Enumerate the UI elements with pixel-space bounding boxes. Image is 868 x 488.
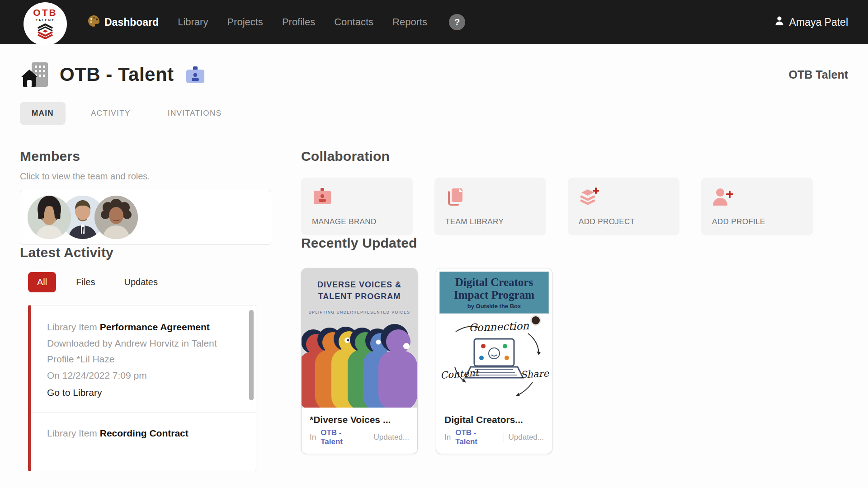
brand-badge-icon xyxy=(312,187,333,208)
tab-bar: MAIN ACTIVITY INVITATIONS xyxy=(20,102,848,125)
meta-updated: Updated... xyxy=(374,433,409,442)
cover-subtitle: UPLIFTING UNDERREPRESENTED VOICES xyxy=(309,310,410,314)
nav-menu: Dashboard Library Projects Profiles Cont… xyxy=(88,14,465,30)
activity-list: Library Item Performance Agreement Downl… xyxy=(28,305,256,471)
meta-separator xyxy=(504,433,504,442)
logo-text-otb: OTB xyxy=(33,8,57,17)
talent-badge-icon xyxy=(185,66,206,86)
members-heading: Members xyxy=(20,149,271,164)
collab-card-label: TEAM LIBRARY xyxy=(445,217,504,226)
recent-card-title: Digital Creators... xyxy=(436,408,552,427)
collab-card-label: MANAGE BRAND xyxy=(312,217,377,226)
members-subtitle: Click to view the team and roles. xyxy=(20,171,271,182)
activity-type-label: Library Item xyxy=(47,322,97,332)
activity-scrollbar[interactable] xyxy=(249,310,254,400)
activity-type-label: Library Item xyxy=(47,428,97,438)
tab-divider xyxy=(20,133,848,133)
cover-header-band: Digital Creators Impact Program by Outsi… xyxy=(439,272,549,314)
logo-text-talent: TALENT xyxy=(36,19,55,22)
rainbow-figures-illustration xyxy=(302,324,417,408)
add-project-card[interactable]: ADD PROJECT xyxy=(568,178,679,235)
tab-activity[interactable]: ACTIVITY xyxy=(79,102,142,125)
go-to-library-link[interactable]: Go to Library xyxy=(47,385,102,401)
activity-item-title: Performance Agreement xyxy=(100,322,210,332)
recently-updated-heading: Recently Updated xyxy=(301,235,848,251)
cover-word-share: Share xyxy=(520,368,549,380)
activity-filters: All Files Updates xyxy=(28,272,271,292)
recent-card-title: *Diverse Voices ... xyxy=(302,408,417,427)
home-icon xyxy=(20,69,39,88)
person-plus-icon xyxy=(712,187,735,209)
member-avatar-3 xyxy=(94,196,138,239)
right-column: Collaboration MANAGE BRAND xyxy=(301,149,848,471)
manage-brand-card[interactable]: MANAGE BRAND xyxy=(301,178,413,235)
recent-card-meta: In OTB - Talent Updated... xyxy=(436,427,552,454)
help-button[interactable]: ? xyxy=(449,14,465,30)
left-column: Members Click to view the team and roles… xyxy=(20,149,271,471)
members-card[interactable] xyxy=(20,190,271,245)
collab-card-label: ADD PROJECT xyxy=(579,217,635,226)
diverse-voices-card[interactable]: DIVERSE VOICES & TALENT PROGRAM UPLIFTIN… xyxy=(301,268,418,454)
top-nav: OTB TALENT Dashboard xyxy=(0,0,868,44)
coffee-cup-doodle xyxy=(532,316,540,324)
page-content: OTB - Talent OTB Talent MAIN ACTIVITY IN… xyxy=(0,61,868,471)
palette-icon xyxy=(88,15,100,30)
collaboration-cards: MANAGE BRAND TEAM LIBRARY xyxy=(301,178,848,235)
cover-title-line2: Impact Program xyxy=(442,289,547,301)
user-icon xyxy=(774,15,785,29)
cover-word-connection: Connection xyxy=(469,320,529,334)
latest-activity-heading: Latest Activity xyxy=(20,245,271,260)
activity-description: Downloaded by Andrew Horvitz in Talent P… xyxy=(47,335,235,367)
nav-item-dashboard[interactable]: Dashboard xyxy=(88,15,159,30)
cover-heading-line2: TALENT PROGRAM xyxy=(318,292,401,301)
user-menu[interactable]: Amaya Patel xyxy=(774,15,848,29)
meta-separator xyxy=(369,433,369,442)
nav-item-profiles[interactable]: Profiles xyxy=(282,16,315,28)
diverse-voices-cover: DIVERSE VOICES & TALENT PROGRAM UPLIFTIN… xyxy=(302,268,417,408)
otb-logo[interactable]: OTB TALENT xyxy=(24,2,67,46)
cover-heading-line1: DIVERSE VOICES & xyxy=(317,280,401,289)
activity-item: Library Item Performance Agreement Downl… xyxy=(47,319,235,400)
activity-timestamp: On 12/24/2022 7:09 pm xyxy=(47,367,235,384)
layers-plus-icon xyxy=(579,187,600,209)
cover-title-line1: Digital Creators xyxy=(442,276,547,289)
activity-item: Library Item Recording Contract xyxy=(47,413,235,441)
question-mark-icon: ? xyxy=(454,17,460,28)
filter-files[interactable]: Files xyxy=(67,272,104,292)
cover-byline: by Outside the Box xyxy=(442,303,547,310)
meta-team-link[interactable]: OTB - Talent xyxy=(455,428,499,446)
meta-team-link[interactable]: OTB - Talent xyxy=(321,428,364,446)
tab-invitations[interactable]: INVITATIONS xyxy=(156,102,234,125)
team-library-card[interactable]: TEAM LIBRARY xyxy=(434,178,546,235)
add-profile-card[interactable]: ADD PROFILE xyxy=(701,178,813,235)
meta-in: In xyxy=(444,433,451,442)
meta-updated: Updated... xyxy=(509,433,544,442)
digital-creators-cover: Digital Creators Impact Program by Outsi… xyxy=(436,268,552,408)
member-avatar-1 xyxy=(28,196,71,239)
digital-creators-card[interactable]: Digital Creators Impact Program by Outsi… xyxy=(436,268,552,454)
logo-chevrons-icon xyxy=(35,23,55,41)
page-title: OTB - Talent xyxy=(60,64,174,85)
title-row: OTB - Talent OTB Talent xyxy=(20,61,848,88)
collaboration-heading: Collaboration xyxy=(301,149,848,164)
recent-card-meta: In OTB - Talent Updated... xyxy=(302,427,417,454)
recently-updated-cards: DIVERSE VOICES & TALENT PROGRAM UPLIFTIN… xyxy=(301,268,848,454)
nav-item-projects[interactable]: Projects xyxy=(227,16,263,28)
workspace-label: OTB Talent xyxy=(789,68,848,81)
activity-item-title: Recording Contract xyxy=(100,428,189,438)
nav-item-contacts[interactable]: Contacts xyxy=(334,16,373,28)
cover-doodle-area: Connection xyxy=(439,314,549,409)
nav-item-library[interactable]: Library xyxy=(178,16,208,28)
filter-all[interactable]: All xyxy=(28,272,56,292)
nav-item-label: Dashboard xyxy=(104,16,159,28)
filter-updates[interactable]: Updates xyxy=(115,272,167,292)
user-name: Amaya Patel xyxy=(789,16,848,28)
collab-card-label: ADD PROFILE xyxy=(712,217,765,226)
tab-main[interactable]: MAIN xyxy=(20,102,66,125)
library-copy-icon xyxy=(445,187,466,208)
nav-item-reports[interactable]: Reports xyxy=(392,16,427,28)
meta-in: In xyxy=(310,433,316,442)
team-icon-group xyxy=(20,61,52,88)
